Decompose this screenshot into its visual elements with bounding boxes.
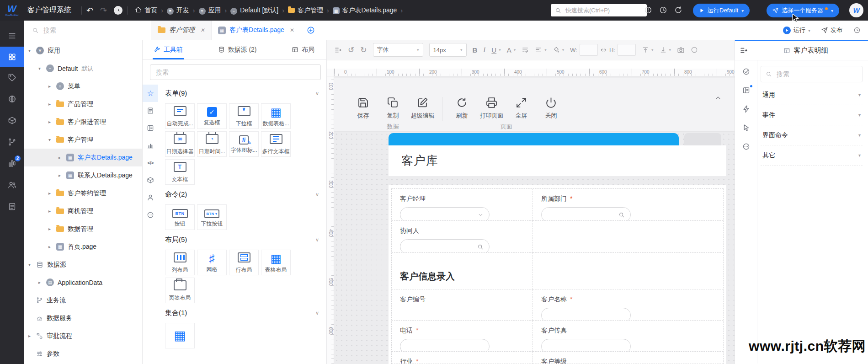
close-icon[interactable]: ✕ <box>290 27 294 33</box>
caret-right-icon[interactable]: ▸ <box>28 333 36 338</box>
link-icon[interactable] <box>600 47 607 54</box>
tree-item-参数[interactable]: 参数 <box>24 345 142 363</box>
align-top-icon[interactable] <box>642 46 649 54</box>
palette-section-header[interactable]: 表单(9)∨ <box>165 89 319 98</box>
collapse-panel-icon[interactable] <box>740 46 748 54</box>
palette-item-table[interactable]: ▦ <box>165 323 195 348</box>
property-rail-pointer-icon[interactable] <box>742 124 750 132</box>
close-icon[interactable]: ✕ <box>200 27 205 33</box>
avatar[interactable]: W <box>849 3 863 17</box>
palette-item-多行文本框[interactable]: 多行文本框 <box>261 131 291 157</box>
breadcrumb-item[interactable]: Y应用 <box>199 6 221 15</box>
客户经理-input[interactable] <box>400 207 490 221</box>
palette-item-复选框[interactable]: ✓复选框 <box>197 103 227 129</box>
font-size-select[interactable]: 14px ▾ <box>429 43 467 57</box>
palette-item-数据表格...[interactable]: ▦数据表格... <box>261 103 291 129</box>
property-rail-check-circle-icon[interactable] <box>742 68 750 75</box>
caret-right-icon[interactable]: ▸ <box>59 155 66 160</box>
tree-item-产品管理[interactable]: ▸产品管理 <box>24 95 142 113</box>
tree-item-客户管理[interactable]: ▾客户管理 <box>24 131 142 149</box>
chevron-down-icon[interactable]: ∨ <box>315 192 319 198</box>
search-icon[interactable] <box>618 212 625 218</box>
text-wrap-icon[interactable] <box>522 46 529 54</box>
palette-item-列布局[interactable]: 列布局 <box>165 250 195 275</box>
rail-item-menu-icon[interactable] <box>0 25 24 47</box>
page-toolbar-打印页面[interactable]: 打印页面 <box>477 97 506 120</box>
caret-right-icon[interactable]: ▸ <box>48 226 56 231</box>
caret-down-icon[interactable]: ▾ <box>48 137 56 142</box>
page-toolbar-刷新[interactable]: 刷新 <box>447 97 477 120</box>
rail-item-globe-icon[interactable] <box>0 88 24 110</box>
palette-item-按钮[interactable]: BTN按钮 <box>165 204 195 230</box>
caret-right-icon[interactable]: ▸ <box>48 209 56 214</box>
quick-search-box[interactable] <box>551 4 647 16</box>
run-button[interactable]: 运行 ▾ <box>783 26 810 34</box>
rail-item-users-icon[interactable] <box>0 174 24 196</box>
caret-right-icon[interactable]: ▸ <box>48 191 56 196</box>
toolbox-search-input[interactable] <box>155 68 316 76</box>
tree-item-Default[interactable]: ▾−Default默认 <box>24 59 142 77</box>
chevron-down-icon[interactable] <box>478 212 484 218</box>
toolbox-category-person-icon[interactable] <box>143 189 158 206</box>
palette-item-日期时间...[interactable]: ◔日期时间... <box>197 131 227 157</box>
font-family-select[interactable]: 字体 ▾ <box>373 43 423 57</box>
palette-item-文本框[interactable]: T文本框 <box>165 159 195 185</box>
palette-item-下拉框[interactable]: ∨下拉框 <box>229 103 259 129</box>
tab-toolbox[interactable]: 工具箱 <box>154 40 183 59</box>
toolbox-category-dots-icon[interactable] <box>143 206 158 224</box>
chevron-down-icon[interactable]: ∨ <box>315 91 319 96</box>
caret-down-icon[interactable]: ▾ <box>28 262 36 267</box>
tab-layout[interactable]: 布局 <box>292 40 314 59</box>
quick-search-input[interactable] <box>564 6 647 14</box>
snapshot-icon[interactable] <box>677 46 685 54</box>
breadcrumb-item[interactable]: −Default [默认] <box>230 6 278 15</box>
property-section-事件[interactable]: 事件▾ <box>761 105 863 125</box>
undo-icon[interactable]: ↶ <box>86 6 93 15</box>
tree-item-客户跟进管理[interactable]: ▸客户跟进管理 <box>24 113 142 131</box>
palette-item-日期选择器[interactable]: 30日期选择器 <box>165 131 195 157</box>
tree-item-客户表Details.page[interactable]: ▸▦客户表Details.page <box>24 149 142 166</box>
italic-button[interactable]: I <box>483 46 485 54</box>
电话-input[interactable] <box>400 339 490 352</box>
palette-item-自动完成...[interactable]: 自动完成... <box>165 103 195 129</box>
rail-item-apps-icon[interactable] <box>0 47 24 67</box>
chevron-down-icon[interactable]: ∨ <box>315 310 319 316</box>
property-section-通用[interactable]: 通用▾ <box>761 85 863 105</box>
toolbox-category-doc-icon[interactable] <box>143 102 158 119</box>
rail-item-box-icon[interactable] <box>0 110 24 131</box>
tab-page[interactable]: ▦ 客户表Details.page ✕ <box>212 21 301 40</box>
tab-datasource[interactable]: 数据源 (2) <box>218 40 257 59</box>
toolbox-category-code-icon[interactable]: </> <box>143 154 158 171</box>
chevron-down-icon[interactable]: ∨ <box>315 237 319 243</box>
rail-item-clipboard-icon[interactable] <box>0 196 24 217</box>
tree-item-审批流程[interactable]: ▸审批流程 <box>24 327 142 345</box>
width-input[interactable] <box>580 44 598 56</box>
palette-section-header[interactable]: 命令(2)∨ <box>165 190 319 199</box>
page-toolbar-全屏[interactable]: 全屏 <box>506 97 536 120</box>
所属部门-input[interactable] <box>541 207 631 221</box>
tree-item-业务流[interactable]: 业务流 <box>24 291 142 309</box>
tree-item-菜单[interactable]: ▸≡菜单 <box>24 77 142 95</box>
tree-item-数据管理[interactable]: ▸数据管理 <box>24 220 142 238</box>
rail-item-branch-icon[interactable] <box>0 131 24 153</box>
caret-right-icon[interactable]: ▸ <box>48 102 56 107</box>
toolbox-category-panels-icon[interactable] <box>143 119 158 137</box>
history-icon[interactable] <box>853 27 861 34</box>
bold-button[interactable]: B <box>473 46 478 54</box>
客户名称-input[interactable] <box>541 308 631 321</box>
caret-down-icon[interactable]: ▾ <box>28 48 36 53</box>
redo-icon[interactable]: ↷ <box>100 6 107 15</box>
app-logo[interactable]: W OneBuilder <box>0 0 24 21</box>
property-rail-dots-icon[interactable] <box>742 143 750 150</box>
tree-item-应用[interactable]: ▾Y应用 <box>24 42 142 59</box>
property-search-input[interactable] <box>776 70 857 78</box>
tab-folder[interactable]: 客户管理 ✕ <box>151 21 212 40</box>
recent-icon[interactable] <box>659 6 667 14</box>
toolbox-category-chart-icon[interactable] <box>143 137 158 154</box>
page-header-cell[interactable] <box>684 133 721 145</box>
underline-button[interactable]: U <box>491 46 496 54</box>
font-color-button[interactable]: A <box>507 46 511 54</box>
redo-icon[interactable]: ↻ <box>360 45 367 55</box>
caret-right-icon[interactable]: ▸ <box>48 84 56 89</box>
fill-color-icon[interactable] <box>553 46 560 54</box>
